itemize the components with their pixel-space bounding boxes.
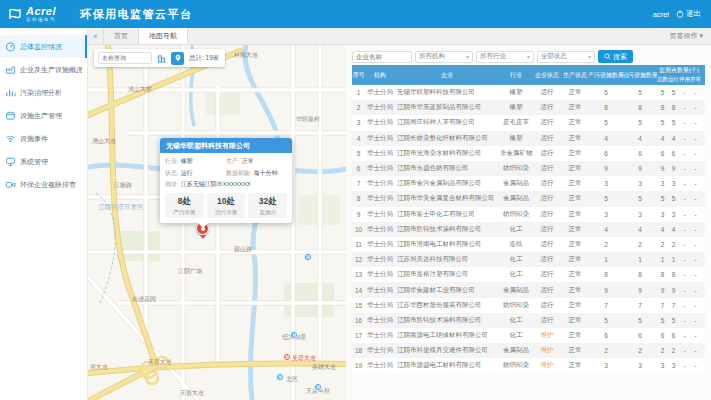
table-cell: 正常 — [561, 103, 589, 112]
column-header: 行业 — [499, 65, 533, 85]
table-cell: 正常 — [561, 134, 589, 143]
column-group-title: 监测点数量(个) — [659, 65, 699, 75]
tab-home[interactable]: 首页 — [104, 28, 139, 44]
table-cell: 华士分局 — [365, 346, 395, 355]
table-cell: 3 — [352, 119, 365, 126]
table-row[interactable]: 11华士分局江阴市澄南电工材料有限公司造纸运行正常2222-- — [352, 237, 705, 252]
table-row[interactable]: 17华士分局江阴南源电工绝缘材料有限公司化工维护正常6666-- — [352, 328, 705, 343]
table-row[interactable]: 1华士分局无锡华联塑料科技有限公司橡塑运行正常5555-- — [352, 85, 705, 100]
table-cell: 8 — [668, 104, 679, 111]
table-row[interactable]: 13华士分局江阴市嘉裕注塑有限公司化工运行正常8888-- — [352, 267, 705, 282]
table-row[interactable]: 14华士分局江阴华金建材工业有限公司金属制品运行正常9999-- — [352, 282, 705, 297]
table-cell: 6 — [668, 332, 679, 339]
map-search-bar: 总计: 19家 — [94, 49, 225, 67]
table-cell: 江阴市胜特技术涂料有限公司 — [395, 316, 499, 325]
sidebar-item-2[interactable]: 污染治理分析 — [0, 81, 87, 104]
table-cell: 正常 — [561, 270, 589, 279]
table-cell: 运行 — [533, 88, 561, 97]
table-cell: 7 — [623, 302, 657, 309]
column-subheader: 异常 — [690, 75, 701, 85]
column-header: 序号 — [352, 65, 365, 85]
table-row[interactable]: 7华士分局江阴市金河金属制品有限公司金属制品运行正常3333-- — [352, 176, 705, 191]
sidebar-item-3[interactable]: 设施生产管理 — [0, 104, 87, 127]
popup-stat-box: 32处监测点 — [248, 193, 287, 218]
table-body: 1华士分局无锡华联塑料科技有限公司橡塑运行正常5555--2华士分局江阴市华东蓝… — [352, 85, 705, 397]
map-panel[interactable]: 科顺大道浅山大桥漕山大道江杨路华联新村江阴经济开发区观山路江阴广场前进花园恒大御… — [88, 45, 346, 400]
table-cell: 6 — [668, 150, 679, 157]
table-cell: 化工 — [499, 255, 533, 264]
table-row[interactable]: 10华士分局江阴市胜特技术涂料有限公司化工运行正常4444-- — [352, 222, 705, 237]
sidebar-item-5[interactable]: 系统管理 — [0, 150, 87, 173]
table-cell: 华士分局 — [365, 270, 395, 279]
table-cell: - — [679, 241, 690, 248]
map-label: 天香大道 — [180, 389, 204, 398]
table-cell: 1 — [352, 89, 365, 96]
table-cell: 江阴市嘉裕注塑有限公司 — [395, 270, 499, 279]
transit-station-icon: M — [304, 253, 312, 261]
table-cell: 华士分局 — [365, 118, 395, 127]
table-row[interactable]: 5华士分局江阴市沧海染水材料有限公司非金属矿物运行正常6666-- — [352, 146, 705, 161]
table-row[interactable]: 9华士分局江阴市富士甲化工有限公司纺织印染运行正常3333-- — [352, 207, 705, 222]
popup-field-key: 数据刷新: — [226, 169, 252, 178]
logout-button[interactable]: 退出 — [676, 9, 701, 19]
filter-bar: 所有机构▾所有行业▾全部状态▾ 搜索 — [352, 48, 705, 65]
tab-map-navigation[interactable]: 地图导航 — [139, 28, 188, 44]
sidebar-item-4[interactable]: 设施事件 — [0, 127, 87, 150]
table-row[interactable]: 16华士分局江阴市胜特技术涂料有限公司化工运行正常5555-- — [352, 313, 705, 328]
table-row[interactable]: 8华士分局江阴市华美金属复合材料有限公司金属制品运行正常5555-- — [352, 191, 705, 206]
search-button[interactable]: 搜索 — [598, 50, 633, 63]
table-cell: 8 — [657, 104, 668, 111]
filter-select-0[interactable]: 所有机构▾ — [415, 51, 473, 63]
table-cell: 华士分局 — [365, 103, 395, 112]
app-header: Acrel 安科瑞电气 环保用电监管云平台 acrel 退出 — [0, 0, 711, 28]
popup-field-value: 每十分钟 — [254, 169, 278, 178]
username[interactable]: acrel — [653, 10, 669, 19]
table-row[interactable]: 3华士分局江阴周庄特种人革有限公司皮毛皮革运行正常5555-- — [352, 115, 705, 130]
table-cell: - — [690, 135, 701, 142]
table-cell: - — [690, 165, 701, 172]
filter-select-label: 所有行业 — [480, 52, 506, 61]
filter-select-2[interactable]: 全部状态▾ — [537, 51, 595, 63]
table-cell: 江阴市沧海染水材料有限公司 — [395, 149, 499, 158]
table-cell: 2 — [668, 241, 679, 248]
transit-station-icon: M — [290, 331, 298, 339]
table-cell: 橡塑 — [499, 88, 533, 97]
table-row[interactable]: 18华士分局江阴市科捷模具交通件有限公司金属制品维护正常2222-- — [352, 343, 705, 358]
popup-stat-label: 监测点 — [248, 209, 287, 216]
popup-stat-value: 8处 — [165, 196, 204, 208]
table-cell: 2 — [668, 347, 679, 354]
table-cell: 5 — [668, 195, 679, 202]
table-cell: 华士分局 — [365, 88, 395, 97]
sidebar-item-1[interactable]: 企业及生产设施概况 — [0, 58, 87, 81]
table-cell: 华士分局 — [365, 331, 395, 340]
table-row[interactable]: 6华士分局江阴市永盛色纺有限公司纺织印染运行正常9999-- — [352, 161, 705, 176]
building-filter-button[interactable] — [155, 52, 168, 65]
table-cell: 运行 — [533, 179, 561, 188]
brand-subtitle: 安科瑞电气 — [26, 18, 56, 23]
table-row[interactable]: 4华士分局江阴长纺染整化纤材料有限公司橡塑运行正常4444-- — [352, 131, 705, 146]
filter-select-1[interactable]: 所有行业▾ — [476, 51, 534, 63]
table-cell: - — [679, 211, 690, 218]
table-cell: 5 — [657, 89, 668, 96]
sidebar-item-0[interactable]: 总体监控情况 — [0, 35, 87, 58]
table-cell: 9 — [668, 165, 679, 172]
company-map-marker-tail — [200, 235, 206, 239]
sidebar-item-6[interactable]: 环保企业视联排查 — [0, 173, 87, 196]
locate-button[interactable] — [171, 52, 184, 65]
map-label: 漕山大道 — [92, 137, 116, 146]
table-cell: 正常 — [561, 240, 589, 249]
column-subheader: 总数 — [657, 75, 668, 85]
sidebar-collapse-button[interactable]: « — [88, 28, 104, 44]
enterprise-name-input[interactable] — [352, 51, 412, 63]
table-row[interactable]: 12华士分局江苏旭美达科技有限公司化工运行正常1111-- — [352, 252, 705, 267]
table-row[interactable]: 15华士分局江苏华西村股份服装有限公司纺织印染运行正常7777-- — [352, 298, 705, 313]
table-cell: - — [690, 241, 701, 248]
map-label: 英雄大道 — [312, 363, 336, 372]
table-row[interactable]: 19华士分局江阴市源盛电工材料有限公司纺织印染维护正常3333-- — [352, 358, 705, 373]
tab-operations-menu[interactable]: 页签操作 ▾ — [661, 28, 711, 44]
popup-field-key: 行业: — [165, 157, 179, 166]
table-cell: 3 — [623, 362, 657, 369]
table-cell: - — [690, 347, 701, 354]
table-row[interactable]: 2华士分局江阴市华东蓝胶制品有限公司橡塑运行正常8888-- — [352, 100, 705, 115]
map-search-input[interactable] — [98, 52, 152, 64]
